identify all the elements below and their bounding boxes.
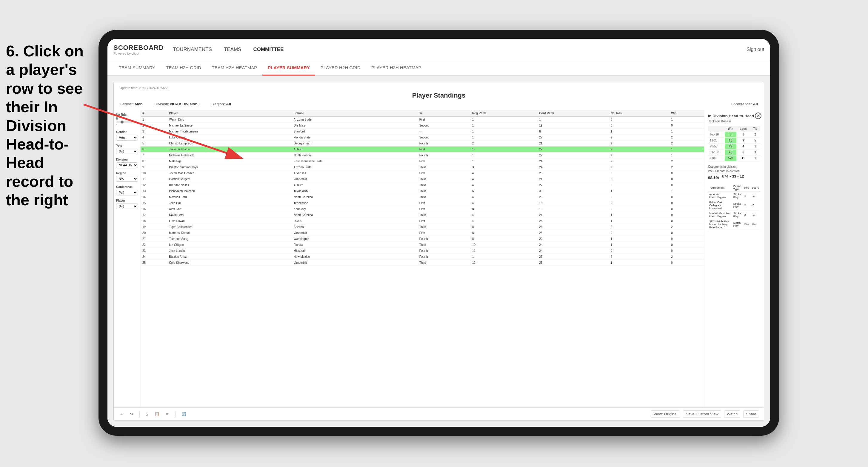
reg-rank-cell: 8 — [470, 236, 537, 242]
yr-cell: Third — [417, 194, 470, 200]
table-row[interactable]: 15 Jake Hall Tennessee Fifth 4 18 0 0 — [141, 200, 704, 206]
tab-team-h2h-grid[interactable]: TEAM H2H GRID — [161, 61, 207, 75]
conf-rank-cell: 25 — [537, 170, 609, 176]
table-row[interactable]: 6 Jackson Koivun Auburn First 1 27 2 1 — [141, 147, 704, 153]
year-filter-label: Year — [116, 144, 138, 147]
yr-cell: Third — [417, 224, 470, 230]
table-row[interactable]: 4 Luke Claton Florida State Second 1 27 … — [141, 134, 704, 141]
player-name-cell: Brendan Valles — [167, 182, 291, 188]
conf-rank-cell: 24 — [537, 218, 609, 224]
player-name-cell: Michael Thorbjornsen — [167, 129, 291, 134]
undo-button[interactable]: ↩ — [119, 411, 125, 417]
rds-cell: 1 — [609, 260, 669, 266]
yr-cell: Fourth — [417, 254, 470, 260]
win-cell: 0 — [669, 242, 704, 248]
table-row[interactable]: 2 Michael La Sasse Ole Miss Second 1 19 … — [141, 123, 704, 129]
table-row[interactable]: 18 Luke Powell UCLA First 4 24 1 0 — [141, 218, 704, 224]
table-row[interactable]: 16 Alex Goff Kentucky Fifth 8 19 0 0 — [141, 206, 704, 212]
save-custom-button[interactable]: Save Custom View — [683, 410, 721, 418]
h2h-record: 674 - 33 - 12 — [722, 174, 744, 179]
region-select[interactable]: N/A — [116, 176, 138, 182]
h2h-loss-cell: 9 — [736, 137, 750, 144]
table-row[interactable]: 19 Tiger Christensen Arizona Third 8 23 … — [141, 224, 704, 230]
share-button[interactable]: Share — [743, 410, 759, 418]
gender-select[interactable]: Men — [116, 135, 138, 141]
yr-cell: First — [417, 147, 470, 153]
pos-cell: 2 — [743, 200, 750, 211]
rds-cell: 2 — [609, 158, 669, 164]
col-no-rds: No. Rds. — [609, 110, 669, 117]
table-row[interactable]: 25 Cole Sherwood Vanderbilt Third 12 23 … — [141, 260, 704, 266]
table-row[interactable]: 21 Taehoon Song Washington Fourth 8 22 1… — [141, 236, 704, 242]
nav-teams[interactable]: TEAMS — [224, 44, 242, 55]
rds-cell: 2 — [609, 153, 669, 158]
table-row[interactable]: 9 Preston Summerhays Arizona State Third… — [141, 164, 704, 170]
table-row[interactable]: 24 Bastien Amat New Mexico Fourth 1 27 2… — [141, 254, 704, 260]
no-rds-slider[interactable] — [116, 121, 138, 123]
win-cell: 1 — [669, 147, 704, 153]
player-select[interactable]: (All) — [116, 204, 138, 209]
table-row[interactable]: 8 Mats Ege East Tennessee State Fifth 1 … — [141, 158, 704, 164]
nav-tournaments[interactable]: TOURNAMENTS — [173, 44, 212, 55]
tournament-row: Mirabel Maui Jim Intercollegiate Stroke … — [708, 211, 760, 219]
player-name-cell: Bastien Amat — [167, 254, 291, 260]
school-cell: Vanderbilt — [292, 260, 417, 266]
event-type-cell: Stroke Play — [732, 211, 743, 219]
watch-button[interactable]: Watch — [724, 410, 740, 418]
win-cell: 2 — [669, 224, 704, 230]
copy-button[interactable]: ⎘ — [144, 411, 150, 417]
rds-cell: 0 — [609, 206, 669, 212]
school-cell: Kentucky — [292, 206, 417, 212]
sign-out-button[interactable]: Sign out — [746, 47, 764, 52]
reg-rank-cell: 4 — [470, 212, 537, 218]
tab-team-h2h-heatmap[interactable]: TEAM H2H HEATMAP — [207, 61, 262, 75]
table-row[interactable]: 12 Brendan Valles Auburn Third 4 27 0 0 — [141, 182, 704, 188]
yr-cell: Fifth — [417, 230, 470, 236]
gender-filter-panel: Gender Men — [116, 130, 138, 141]
yr-cell: Fourth — [417, 141, 470, 147]
tab-team-summary[interactable]: TEAM SUMMARY — [114, 61, 161, 75]
school-cell: Auburn — [292, 147, 417, 153]
h2h-close-button[interactable]: ✕ — [755, 113, 762, 119]
table-row[interactable]: 23 Jack Lundin Missouri Fourth 11 24 0 0 — [141, 248, 704, 254]
h2h-header-row: Win Loss Tie — [708, 126, 760, 132]
table-row[interactable]: 14 Maxwell Ford North Carolina Third 4 2… — [141, 194, 704, 200]
table-row[interactable]: 7 Nicholas Gabrelcik North Florida Fourt… — [141, 153, 704, 158]
table-row[interactable]: 17 David Ford North Carolina Third 4 21 … — [141, 212, 704, 218]
table-row[interactable]: 10 Jacob Mac Dessee Arkansas Fifth 4 25 … — [141, 170, 704, 176]
division-select[interactable]: NCAA Division I — [116, 162, 138, 168]
table-row[interactable]: 1 Wenyi Ding Arizona State First 1 1 8 1 — [141, 117, 704, 123]
player-name-cell: Matthew Riedel — [167, 230, 291, 236]
col-school: School — [292, 110, 417, 117]
player-name-cell: Jack Lundin — [167, 248, 291, 254]
format-button[interactable]: ✏ — [164, 411, 171, 417]
reg-rank-cell: 2 — [470, 141, 537, 147]
tournament-row: Amer Ari Intercollegiate Stroke Play 4 -… — [708, 192, 760, 200]
nav-committee[interactable]: COMMITTEE — [253, 44, 284, 55]
table-row[interactable]: 11 Gordon Sargent Vanderbilt Third 4 21 … — [141, 176, 704, 182]
table-row[interactable]: 3 Michael Thorbjornsen Stanford — 1 8 1 … — [141, 129, 704, 134]
refresh-button[interactable]: 🔄 — [180, 411, 188, 417]
win-cell: 0 — [669, 170, 704, 176]
yr-cell: Third — [417, 164, 470, 170]
table-row[interactable]: 13 Pichsaken Maichen Texas A&M Third 6 3… — [141, 188, 704, 194]
rds-cell: 0 — [609, 123, 669, 129]
report-title: Player Standings — [120, 92, 758, 99]
view-original-button[interactable]: View: Original — [651, 410, 680, 418]
tab-player-h2h-grid[interactable]: PLAYER H2H GRID — [315, 61, 366, 75]
rds-cell: 0 — [609, 230, 669, 236]
school-cell: Arizona — [292, 224, 417, 230]
tab-player-summary[interactable]: PLAYER SUMMARY — [262, 61, 315, 75]
table-row[interactable]: 22 Ian Gilligan Florida Third 10 24 1 0 — [141, 242, 704, 248]
table-row[interactable]: 5 Christo Lamprecht Georgia Tech Fourth … — [141, 141, 704, 147]
conf-rank-cell: 19 — [537, 206, 609, 212]
year-select[interactable]: (All) — [116, 149, 138, 154]
rds-cell: 1 — [609, 236, 669, 242]
conference-select[interactable]: (All) — [116, 190, 138, 195]
table-row[interactable]: 20 Matthew Riedel Vanderbilt Fifth 8 23 … — [141, 230, 704, 236]
redo-button[interactable]: ↪ — [128, 411, 135, 417]
paste-button[interactable]: 📋 — [153, 411, 161, 417]
player-name-cell: Alex Goff — [167, 206, 291, 212]
tab-player-h2h-heatmap[interactable]: PLAYER H2H HEATMAP — [366, 61, 427, 75]
conf-rank-cell: 1 — [537, 117, 609, 123]
